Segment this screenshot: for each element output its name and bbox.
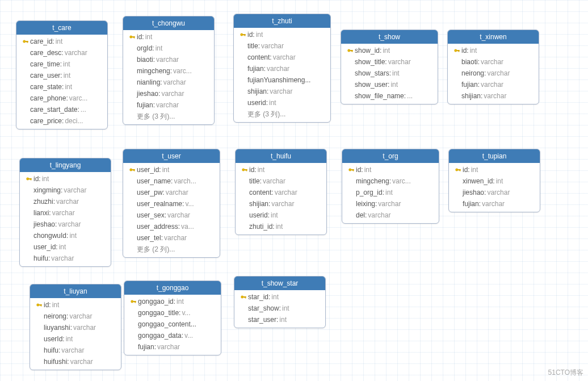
column-row[interactable]: care_price: deci... [16, 115, 107, 127]
column-row[interactable]: shijian: varchar [236, 198, 326, 210]
column-row[interactable]: xingming: varchar [20, 185, 111, 196]
table-header[interactable]: t_user [123, 149, 220, 163]
column-row[interactable]: care_start_date: ... [16, 104, 107, 115]
column-row[interactable]: care_state: int [16, 81, 107, 93]
column-row[interactable]: chongwuId: int [20, 230, 111, 241]
column-row[interactable]: id: int [234, 29, 330, 40]
table-t_liuyan[interactable]: t_liuyanid: intneirong: varcharliuyanshi… [30, 284, 121, 370]
column-row[interactable]: huifu: varchar [20, 253, 111, 264]
column-row[interactable]: user_tel: varchar [123, 232, 220, 244]
column-row[interactable]: jieshao: varchar [449, 187, 540, 198]
column-row[interactable]: gonggao_data: v... [124, 330, 221, 341]
table-t_xinwen[interactable]: t_xinwenid: intbiaoti: varcharneirong: v… [447, 30, 539, 104]
column-row[interactable]: jieshao: varchar [123, 88, 214, 99]
table-header[interactable]: t_care [16, 21, 107, 35]
column-row[interactable]: star_show: int [234, 303, 325, 314]
table-t_care[interactable]: t_carecare_id: intcare_desc: varcharcare… [16, 20, 108, 129]
table-header[interactable]: t_tupian [449, 149, 540, 163]
column-row[interactable]: show_user: int [341, 79, 438, 90]
table-t_tupian[interactable]: t_tupianid: intxinwen_id: intjieshao: va… [448, 149, 540, 212]
column-row[interactable]: shijian: varchar [448, 90, 539, 102]
column-row[interactable]: del: varchar [342, 210, 439, 221]
table-header[interactable]: t_zhuti [234, 14, 330, 28]
table-header[interactable]: t_huifu [236, 149, 326, 163]
column-row[interactable]: star_user: int [234, 314, 325, 325]
column-row[interactable]: gonggao_id: int [124, 296, 221, 307]
column-row[interactable]: star_id: int [234, 291, 325, 303]
column-row[interactable]: zhuti_id: int [236, 221, 326, 232]
column-row[interactable]: user_realname: v... [123, 198, 220, 210]
column-row[interactable]: content: varchar [236, 187, 326, 198]
column-row[interactable]: id: int [123, 31, 214, 43]
column-row[interactable]: liuyanshi: varchar [30, 322, 121, 333]
column-row[interactable]: title: varchar [234, 40, 330, 52]
column-row[interactable]: user_id: int [20, 241, 111, 253]
column-row[interactable]: lianxi: varchar [20, 207, 111, 219]
table-t_lingyang[interactable]: t_lingyangid: intxingming: varcharzhuzhi… [19, 158, 111, 267]
table-t_show_star[interactable]: t_show_starstar_id: intstar_show: intsta… [234, 276, 326, 328]
table-header[interactable]: t_org [342, 149, 439, 163]
column-row[interactable]: xinwen_id: int [449, 175, 540, 187]
column-row[interactable]: orgId: int [123, 43, 214, 54]
column-row[interactable]: fujian: varchar [124, 341, 221, 353]
table-t_user[interactable]: t_useruser_id: intuser_name: varch...use… [123, 149, 220, 258]
column-row[interactable]: show_title: varchar [341, 56, 438, 68]
column-row[interactable]: user_pw: varchar [123, 187, 220, 198]
column-row[interactable]: care_id: int [16, 36, 107, 47]
table-t_huifu[interactable]: t_huifuid: inttitle: varcharcontent: var… [235, 149, 327, 235]
column-row[interactable]: zhuzhi: varchar [20, 196, 111, 207]
column-row[interactable]: user_id: int [123, 164, 220, 175]
table-header[interactable]: t_show [341, 30, 438, 44]
more-columns-link[interactable]: 更多 (3 列)... [234, 108, 330, 120]
column-row[interactable]: mingcheng: varc... [342, 175, 439, 187]
column-row[interactable]: p_org_id: int [342, 187, 439, 198]
column-row[interactable]: gonggao_content... [124, 319, 221, 330]
column-row[interactable]: care_user: int [16, 70, 107, 81]
more-columns-link[interactable]: 更多 (2 列)... [123, 244, 220, 255]
column-row[interactable]: fujianYuanshimeng... [234, 74, 330, 86]
table-header[interactable]: t_xinwen [448, 30, 539, 44]
column-row[interactable]: user_address: va... [123, 221, 220, 232]
column-row[interactable]: id: int [342, 164, 439, 175]
column-row[interactable]: huifu: varchar [30, 345, 121, 356]
column-row[interactable]: huifushi: varchar [30, 356, 121, 367]
column-row[interactable]: shijian: varchar [234, 86, 330, 97]
column-row[interactable]: id: int [236, 164, 326, 175]
table-t_show[interactable]: t_showshow_id: intshow_title: varcharsho… [341, 30, 438, 104]
table-header[interactable]: t_gonggao [124, 281, 221, 295]
column-row[interactable]: userId: int [30, 333, 121, 345]
column-row[interactable]: care_desc: varchar [16, 47, 107, 58]
column-row[interactable]: leixing: varchar [342, 198, 439, 210]
column-row[interactable]: show_file_name: ... [341, 90, 438, 102]
column-row[interactable]: id: int [448, 45, 539, 56]
column-row[interactable]: id: int [30, 299, 121, 311]
table-header[interactable]: t_show_star [234, 277, 325, 290]
column-row[interactable]: id: int [20, 173, 111, 185]
more-columns-link[interactable]: 更多 (3 列)... [123, 111, 214, 122]
table-t_org[interactable]: t_orgid: intmingcheng: varc...p_org_id: … [342, 149, 439, 224]
column-row[interactable]: show_id: int [341, 45, 438, 56]
column-row[interactable]: user_name: varch... [123, 175, 220, 187]
column-row[interactable]: title: varchar [236, 175, 326, 187]
table-header[interactable]: t_lingyang [20, 158, 111, 172]
column-row[interactable]: nianling: varchar [123, 77, 214, 88]
table-header[interactable]: t_liuyan [30, 284, 121, 298]
table-header[interactable]: t_chongwu [123, 16, 214, 30]
column-row[interactable]: content: varchar [234, 52, 330, 63]
column-row[interactable]: biaoti: varchar [123, 54, 214, 65]
column-row[interactable]: show_stars: int [341, 68, 438, 79]
column-row[interactable]: fujian: varchar [123, 99, 214, 111]
column-row[interactable]: gonggao_title: v... [124, 307, 221, 319]
column-row[interactable]: care_time: int [16, 58, 107, 70]
column-row[interactable]: mingcheng: varc... [123, 65, 214, 77]
column-row[interactable]: id: int [449, 164, 540, 175]
table-t_zhuti[interactable]: t_zhutiid: inttitle: varcharcontent: var… [233, 14, 331, 123]
column-row[interactable]: care_phone: varc... [16, 93, 107, 104]
table-t_gonggao[interactable]: t_gonggaogonggao_id: intgonggao_title: v… [124, 280, 221, 355]
column-row[interactable]: fujian: varchar [234, 63, 330, 74]
column-row[interactable]: jieshao: varchar [20, 219, 111, 230]
column-row[interactable]: user_sex: varchar [123, 210, 220, 221]
column-row[interactable]: fujian: varchar [449, 198, 540, 210]
column-row[interactable]: userid: int [234, 97, 330, 108]
column-row[interactable]: biaoti: varchar [448, 56, 539, 68]
